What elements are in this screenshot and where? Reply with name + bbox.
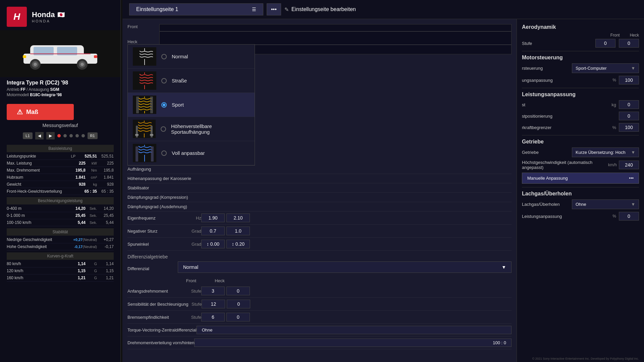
suspension-option-strasse[interactable]: Straße bbox=[128, 69, 255, 93]
edit-button[interactable]: ✎ Einstellungseite bearbeiten bbox=[284, 6, 356, 13]
diff-brake-rear[interactable]: 0 bbox=[226, 313, 250, 321]
perf-unit-0: kg bbox=[603, 102, 616, 107]
perf-value-0[interactable]: 0 bbox=[619, 100, 639, 109]
car-intake-value: SGM bbox=[50, 87, 59, 92]
motor-adapt-value[interactable]: 100 bbox=[619, 76, 639, 84]
content-area: Front Heck bbox=[122, 19, 644, 362]
perf-value-1[interactable]: 0 bbox=[619, 112, 639, 120]
freq-rear-value[interactable]: 2.10 bbox=[226, 214, 250, 222]
dot-2 bbox=[63, 134, 67, 137]
diff-dropdown-arrow: ▼ bbox=[501, 264, 506, 270]
option-strasse-label: Straße bbox=[172, 78, 187, 83]
torque-dist-row: Drehmomentverteilung vorn/hinten 100 : 0 bbox=[127, 337, 512, 349]
freq-front-value[interactable]: 1.90 bbox=[201, 214, 225, 222]
option-sport-label: Sport bbox=[172, 102, 184, 108]
diff-brake-sens-row: Bremsempfindlichkeit Stufe 6 0 bbox=[127, 311, 512, 324]
torque-vec-label: Torque-Vectoring-Zentraldifferenzial bbox=[127, 327, 197, 333]
stability-divider: Stabilität bbox=[7, 228, 114, 236]
diff-accel-rear[interactable]: 0 bbox=[227, 300, 250, 308]
dots-button[interactable]: ••• bbox=[267, 3, 281, 15]
radio-height bbox=[161, 126, 166, 132]
car-engine-value: B18C-Integra-'98 bbox=[30, 93, 62, 97]
toe-label: Spurwinkel bbox=[127, 242, 188, 247]
next-button[interactable]: ▶ bbox=[46, 132, 55, 139]
nitro-label: Lachgas/Überholen bbox=[522, 202, 572, 207]
aero-rear-value[interactable]: 0 bbox=[619, 39, 639, 48]
prev-button[interactable]: ◀ bbox=[35, 132, 44, 139]
weight-value2: 928 bbox=[97, 182, 114, 187]
r1-button[interactable]: R1 bbox=[88, 132, 98, 139]
max-speed-label: Höchstgeschwindigkeit (automatisch angep… bbox=[522, 160, 608, 170]
low-speed-stab-note: (Neutral) bbox=[83, 238, 97, 242]
spring-normal-img bbox=[133, 47, 156, 66]
svg-rect-12 bbox=[30, 53, 91, 54]
edit-icon: ✎ bbox=[284, 6, 289, 13]
diff-accel-front[interactable]: 12 bbox=[202, 300, 225, 308]
diff-dropdown[interactable]: Normal ▼ bbox=[178, 261, 512, 273]
cornering-divider: Kurven-g-Kraft bbox=[7, 252, 114, 260]
suspension-option-height[interactable]: Höhenverstellbare Sportaufhängung bbox=[128, 117, 255, 141]
diff-col-front: Front bbox=[178, 278, 205, 283]
toe-front-value[interactable]: ↕ 0.00 bbox=[201, 240, 225, 248]
nitro-title: Lachgas/Überholen bbox=[522, 191, 639, 197]
manual-btn[interactable]: Manuelle Anpassung ••• bbox=[522, 173, 639, 184]
transmission-value: Kurze Übersetzung: Hoch bbox=[576, 150, 626, 155]
svg-rect-10 bbox=[23, 55, 26, 58]
diff-dropdown-value: Normal bbox=[183, 264, 198, 270]
manual-btn-row: Manuelle Anpassung ••• bbox=[522, 173, 639, 184]
diff-accel-sens-label: Sensibilität der Beschleunigung bbox=[127, 302, 188, 307]
l1-button[interactable]: L1 bbox=[23, 132, 32, 139]
diff-init-rear[interactable]: 0 bbox=[226, 287, 250, 295]
high-speed-stab-row: Hohe Geschwindigkeit -0,17 (Neutral) -0,… bbox=[7, 243, 114, 250]
transmission-title: Getriebe bbox=[522, 139, 639, 145]
main-area: Einstellungseite 1 ☰ ••• ✎ Einstellungse… bbox=[122, 0, 644, 362]
divider-4 bbox=[522, 187, 639, 187]
damping-ext-row: Dämpfungsgrad (Ausdehnung) bbox=[127, 202, 512, 212]
diff-brake-sens-values: 6 0 bbox=[201, 313, 512, 321]
camber-front-value[interactable]: 0.7 bbox=[201, 227, 225, 235]
nitro-dropdown[interactable]: Ohne ▼ bbox=[572, 199, 639, 209]
manual-btn-dots: ••• bbox=[629, 176, 634, 181]
torque-row: Max. Drehmoment 195,8 Nm 195,8 bbox=[7, 167, 114, 174]
mass-button[interactable]: ⚠ Maß bbox=[7, 104, 74, 120]
nitro-perf-value[interactable]: 0 bbox=[619, 212, 639, 221]
car-engine-line: Motormodell B18C-Integra-'98 bbox=[7, 93, 114, 97]
suspension-option-sport[interactable]: Sport bbox=[128, 93, 255, 117]
low-speed-stab-value: +0,27 bbox=[62, 238, 83, 242]
warning-icon: ⚠ bbox=[17, 108, 23, 116]
high-speed-stab-value2: -0,17 bbox=[97, 244, 114, 249]
nitro-perf-label: Leistungsanpassung bbox=[522, 214, 612, 219]
camber-rear-value[interactable]: 1.0 bbox=[226, 227, 250, 235]
diff-init-front[interactable]: 3 bbox=[201, 287, 225, 295]
max-speed-value[interactable]: 240 bbox=[619, 161, 639, 169]
freq-unit: Hz bbox=[188, 216, 201, 221]
suspension-option-normal[interactable]: Normal bbox=[128, 45, 255, 69]
toe-rear-value[interactable]: ↕ 0.20 bbox=[226, 240, 250, 248]
perf-row-0: st kg 0 bbox=[522, 100, 639, 109]
corner160-value2: 1,21 bbox=[97, 276, 114, 280]
perf-unit-2: % bbox=[603, 125, 616, 130]
perf-value-2[interactable]: 100 bbox=[619, 123, 639, 132]
differential-section: Differenzialgetriebe Differenzial Normal… bbox=[127, 254, 512, 349]
nitro-row: Lachgas/Überholen Ohne ▼ bbox=[522, 199, 639, 209]
motor-control-dropdown[interactable]: Sport-Computer ▼ bbox=[572, 63, 639, 73]
motor-title: Motorsteuerung bbox=[522, 55, 639, 61]
suspension-option-full[interactable]: Voll anpassbar bbox=[128, 141, 255, 165]
corner80-value: 1,14 bbox=[65, 261, 86, 266]
diff-brake-front[interactable]: 6 bbox=[201, 313, 225, 321]
diff-accel-sens-unit: Stufe bbox=[188, 302, 202, 307]
motor-adapt-label: ungsanpassung bbox=[522, 78, 612, 83]
stabilizer-label: Stabilisator bbox=[127, 185, 188, 190]
aero-stufe-row: Stufe 0 0 bbox=[522, 39, 639, 48]
corner160-value: 1,21 bbox=[65, 276, 86, 280]
corner80-unit: G bbox=[87, 262, 97, 266]
japan-flag: 🇯🇵 bbox=[57, 11, 65, 18]
car-drive-value: FF bbox=[20, 87, 25, 92]
aero-front-value[interactable]: 0 bbox=[595, 39, 615, 48]
diff-brake-sens-label: Bremsempfindlichkeit bbox=[127, 315, 188, 320]
aero-col-front: Front bbox=[610, 33, 620, 38]
corner120-value2: 1,15 bbox=[97, 268, 114, 273]
settings-tab[interactable]: Einstellungseite 1 ☰ bbox=[129, 3, 263, 15]
transmission-dropdown[interactable]: Kurze Übersetzung: Hoch ▼ bbox=[572, 147, 639, 157]
honda-emblem: H bbox=[7, 7, 27, 27]
